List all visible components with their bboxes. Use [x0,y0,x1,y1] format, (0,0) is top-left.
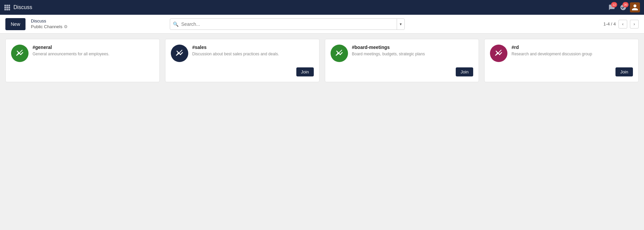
breadcrumb-current-label: Public Channels [31,24,62,30]
channel-avatar-board-meetings [331,45,348,62]
channel-card-top: #salesDiscussion about best sales practi… [171,45,314,62]
join-button-board-meetings[interactable]: Join [456,67,473,76]
channel-card-top: #board-meetingsBoard meetings, budgets, … [331,45,474,62]
channel-desc-sales: Discussion about best sales practices an… [192,51,314,57]
channel-info-sales: #salesDiscussion about best sales practi… [192,45,314,57]
topbar-actions: 12 30 [607,2,640,12]
svg-rect-5 [8,7,10,8]
subheader: New Discuss Public Channels ⚙ 🔍 ▾ 1-4 / … [0,15,644,34]
breadcrumb-parent[interactable]: Discuss [31,18,68,24]
join-row-rd: Join [490,65,633,76]
svg-rect-8 [8,9,10,10]
pagination-prev-button[interactable]: ‹ [618,20,627,28]
pagination-text: 1-4 / 4 [603,21,616,26]
svg-rect-0 [4,5,6,6]
user-avatar[interactable] [630,2,640,12]
channel-card-sales: #salesDiscussion about best sales practi… [165,39,319,82]
channel-card-board-meetings: #board-meetingsBoard meetings, budgets, … [325,39,479,82]
search-input[interactable] [181,21,397,27]
channel-card-top: #generalGeneral announcements for all em… [11,45,154,62]
channel-desc-board-meetings: Board meetings, budgets, strategic plans [352,51,474,57]
join-button-sales[interactable]: Join [296,67,314,76]
pagination-area: 1-4 / 4 ‹ › [603,20,639,28]
svg-rect-1 [6,5,8,6]
channels-grid: #generalGeneral announcements for all em… [5,39,639,82]
channel-info-general: #generalGeneral announcements for all em… [33,45,154,57]
channel-card-top: #rdResearch and development discussion g… [490,45,633,62]
join-row-board-meetings: Join [331,65,474,76]
activity-badge: 30 [623,2,629,7]
messages-icon-btn[interactable]: 12 [607,3,616,12]
channel-info-rd: #rdResearch and development discussion g… [511,45,633,57]
messages-badge: 12 [611,2,617,7]
channel-info-board-meetings: #board-meetingsBoard meetings, budgets, … [352,45,474,57]
search-icon: 🔍 [170,21,181,27]
settings-gear-icon[interactable]: ⚙ [64,24,68,30]
channel-avatar-rd [490,45,507,62]
channel-name-rd: #rd [511,45,633,50]
channel-desc-general: General announcements for all employees. [33,51,154,57]
join-button-rd[interactable]: Join [615,67,633,76]
channel-desc-rd: Research and development discussion grou… [511,51,633,57]
activity-icon-btn[interactable]: 30 [618,3,628,12]
channel-card-rd: #rdResearch and development discussion g… [484,39,639,82]
topbar: Discuss 12 30 [0,0,644,15]
channel-name-sales: #sales [192,45,314,50]
search-dropdown-button[interactable]: ▾ [397,19,404,30]
search-area: 🔍 ▾ [170,18,405,30]
pagination-next-button[interactable]: › [630,20,639,28]
svg-rect-7 [6,9,8,10]
svg-rect-2 [8,5,10,6]
channel-avatar-general [11,45,29,62]
new-button[interactable]: New [5,18,26,30]
svg-rect-4 [6,7,8,8]
search-wrapper: 🔍 ▾ [170,18,405,30]
breadcrumb: Discuss Public Channels ⚙ [31,18,68,30]
svg-rect-6 [4,9,6,10]
breadcrumb-current: Public Channels ⚙ [31,24,68,30]
channel-card-general: #generalGeneral announcements for all em… [5,39,160,82]
channel-name-board-meetings: #board-meetings [352,45,474,50]
grid-menu-icon[interactable] [4,4,10,10]
join-row-sales: Join [171,65,314,76]
svg-rect-3 [4,7,6,8]
channel-avatar-sales [171,45,188,62]
main-content: #generalGeneral announcements for all em… [0,34,644,230]
channel-name-general: #general [33,45,154,50]
app-title: Discuss [13,4,604,10]
